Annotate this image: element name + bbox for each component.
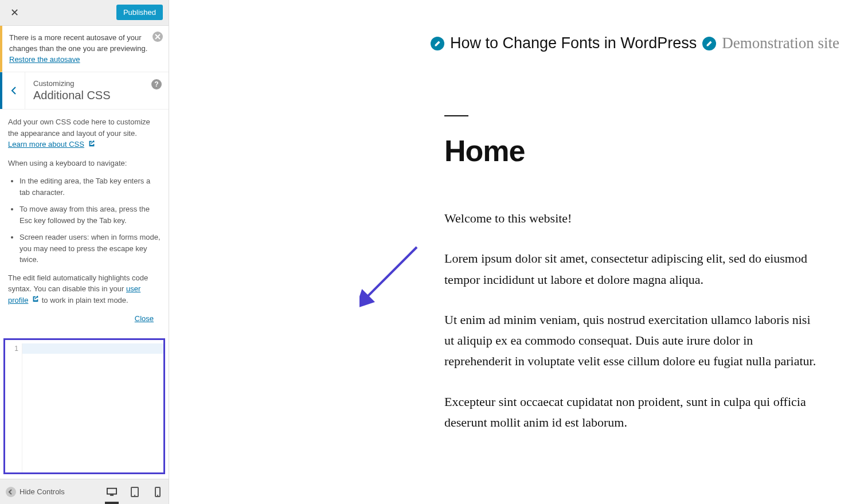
dismiss-notice-button[interactable]: [153, 32, 163, 42]
close-instructions-link[interactable]: Close: [135, 314, 154, 323]
edit-site-title-button[interactable]: [431, 37, 444, 50]
external-link-icon: [88, 139, 96, 151]
help-button[interactable]: ?: [151, 79, 162, 89]
page-title: Home: [444, 134, 817, 168]
paragraph: Excepteur sint occaecat cupidatat non pr…: [444, 392, 817, 433]
mobile-icon: [153, 487, 163, 497]
desktop-preview-button[interactable]: [107, 487, 117, 497]
chevron-left-icon: [10, 87, 18, 95]
desktop-icon: [107, 487, 117, 497]
device-preview-toggles: [107, 487, 163, 497]
paragraph: Ut enim ad minim veniam, quis nostrud ex…: [444, 310, 817, 372]
sidebar-top-bar: ✕ Published: [0, 0, 169, 26]
autosave-notice: There is a more recent autosave of your …: [0, 26, 169, 73]
svg-rect-0: [107, 488, 116, 494]
hide-controls-button[interactable]: Hide Controls: [6, 487, 102, 497]
edit-site-tagline-button[interactable]: [702, 37, 716, 50]
paragraph: Welcome to this website!: [444, 208, 817, 229]
pencil-icon: [706, 40, 713, 47]
kb-nav-list: In the editing area, the Tab key enters …: [8, 175, 161, 265]
kb-nav-heading: When using a keyboard to navigate:: [8, 158, 161, 169]
restore-autosave-link[interactable]: Restore the autosave: [9, 55, 80, 64]
heading-rule: [444, 115, 468, 116]
list-item: In the editing area, the Tab key enters …: [19, 175, 161, 198]
syntax-highlight-note: The edit field automatically highlights …: [8, 272, 161, 306]
content-column: Home Welcome to this website! Lorem ipsu…: [444, 115, 817, 433]
customizer-sidebar: ✕ Published There is a more recent autos…: [0, 0, 169, 504]
tablet-preview-button[interactable]: [130, 487, 140, 497]
section-titles: Customizing Additional CSS ?: [25, 72, 169, 109]
paragraph: Lorem ipsum dolor sit amet, consectetur …: [444, 248, 817, 290]
publish-button[interactable]: Published: [116, 5, 163, 20]
list-item: To move away from this area, press the E…: [19, 204, 161, 226]
svg-rect-1: [110, 494, 113, 495]
chevron-left-icon: [6, 487, 16, 497]
close-icon: [155, 34, 161, 40]
back-button[interactable]: [0, 72, 25, 109]
code-line-number: 1: [5, 343, 22, 472]
close-customizer-button[interactable]: ✕: [6, 4, 24, 21]
site-preview: How to Change Fonts in WordPress Demonst…: [169, 0, 860, 504]
sidebar-footer: Hide Controls: [0, 479, 169, 504]
close-instructions-row: Close: [8, 313, 161, 325]
site-tagline: Demonstration site: [722, 34, 839, 52]
pencil-icon: [434, 40, 441, 47]
section-title: Additional CSS: [33, 89, 161, 102]
instructions-panel: Add your own CSS code here to customize …: [0, 110, 169, 328]
code-active-line: [22, 343, 163, 354]
tablet-icon: [130, 487, 140, 497]
svg-point-3: [134, 495, 135, 496]
mobile-preview-button[interactable]: [153, 487, 163, 497]
page-content: Welcome to this website! Lorem ipsum dol…: [444, 208, 817, 433]
site-title: How to Change Fonts in WordPress: [450, 34, 697, 52]
preview-inner: How to Change Fonts in WordPress Demonst…: [169, 0, 860, 475]
hide-controls-label: Hide Controls: [19, 487, 65, 496]
instructions-intro: Add your own CSS code here to customize …: [8, 116, 161, 150]
list-item: Screen reader users: when in forms mode,…: [19, 232, 161, 265]
css-code-editor[interactable]: 1: [3, 338, 165, 474]
app-root: ✕ Published There is a more recent autos…: [0, 0, 860, 504]
svg-point-5: [157, 495, 158, 496]
section-header: Customizing Additional CSS ?: [0, 72, 169, 110]
learn-more-css-link[interactable]: Learn more about CSS: [8, 140, 84, 149]
section-kicker: Customizing: [33, 79, 161, 88]
external-link-icon: [32, 295, 40, 306]
autosave-notice-text: There is a more recent autosave of your …: [9, 33, 147, 53]
site-header: How to Change Fonts in WordPress Demonst…: [431, 34, 860, 52]
